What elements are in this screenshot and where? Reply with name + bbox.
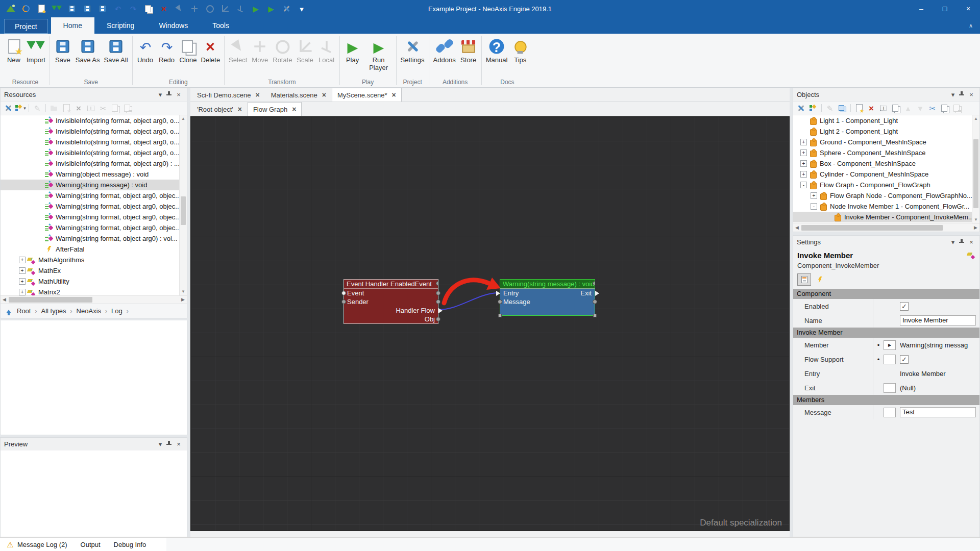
tree-item-invisibleinfo-string-format-object-arg0-[interactable]: InvisibleInfo(string format, object arg0…: [1, 137, 179, 147]
ribbon-button-save[interactable]: Save: [52, 36, 74, 65]
scroll-down-icon[interactable]: ▼: [180, 288, 187, 295]
flow-node-warning-string-message-void[interactable]: Warning(string message) : voidEntryExitM…: [500, 279, 595, 316]
flow-node-event-handler-enabledevent[interactable]: Event Handler EnabledEventEventSenderHan…: [344, 279, 438, 324]
breadcrumb-item[interactable]: Root: [17, 307, 31, 315]
pin-icon[interactable]: [165, 90, 174, 99]
panel-menu-caret-icon[interactable]: ▾: [156, 90, 165, 99]
statusbar-tab-output[interactable]: Output: [81, 541, 101, 548]
close-tab-icon[interactable]: ×: [391, 91, 396, 98]
ribbon-button-save-all[interactable]: Save All: [102, 36, 130, 65]
delete-x-icon-button[interactable]: ×: [866, 103, 877, 114]
ribbon-button-run-player[interactable]: ▶Run Player: [363, 36, 394, 72]
flow-graph-canvas[interactable]: Event Handler EnabledEventEventSenderHan…: [190, 116, 790, 531]
settings-group-members[interactable]: Members: [793, 395, 979, 405]
reference-button[interactable]: [884, 383, 896, 393]
tab-root-object[interactable]: 'Root object'×: [191, 102, 248, 116]
circle-gray-pin[interactable]: [436, 281, 438, 286]
scroll-thumb[interactable]: [9, 297, 92, 303]
page-star-icon-button[interactable]: [853, 103, 865, 114]
pin-icon[interactable]: [165, 440, 174, 449]
resources-horizontal-scrollbar[interactable]: ◀ ▶: [1, 295, 187, 304]
tree-item-mathutility[interactable]: +MathUtility: [1, 276, 179, 287]
breadcrumb-item[interactable]: NeoAxis: [77, 307, 101, 315]
tree-item-box-component-meshinspace[interactable]: +Box - Component_MeshInSpace: [793, 158, 972, 169]
breadcrumb-up-icon[interactable]: [5, 307, 13, 315]
expand-icon[interactable]: +: [800, 160, 807, 167]
scroll-up-icon[interactable]: ▲: [972, 115, 979, 122]
duplicate-icon-button[interactable]: [837, 103, 848, 114]
collapse-icon[interactable]: -: [800, 182, 807, 188]
selection-handle[interactable]: [498, 314, 502, 317]
ribbon-button-new[interactable]: New: [3, 36, 24, 65]
circle-gray-pin[interactable]: [341, 299, 346, 304]
tree-item-warning-object-message-void[interactable]: Warning(object message) : void: [1, 169, 179, 180]
ribbon-button-delete[interactable]: ×Delete: [199, 36, 223, 65]
settings-icon-button[interactable]: [280, 2, 293, 15]
maximize-button[interactable]: □: [933, 0, 957, 17]
scroll-right-icon[interactable]: ▶: [179, 296, 187, 304]
scroll-thumb[interactable]: [801, 225, 943, 231]
ribbon-button-clone[interactable]: Clone: [178, 36, 199, 65]
selection-handle[interactable]: [593, 314, 597, 317]
tree-item-flow-graph-component-flowgraph[interactable]: -Flow Graph - Component_FlowGraph: [793, 180, 972, 190]
panel-menu-caret-icon[interactable]: ▾: [948, 238, 958, 247]
menu-tab-home[interactable]: Home: [51, 17, 94, 34]
tree-item-invisibleinfo-string-format-object-arg0-[interactable]: InvisibleInfo(string format, object arg0…: [1, 147, 179, 158]
tree-item-warning-string-format-object-arg0-objec[interactable]: Warning(string format, object arg0, obje…: [1, 222, 179, 233]
settings-group-invoke-member[interactable]: Invoke Member: [793, 328, 979, 338]
tree-item-cylinder-component-meshinspace[interactable]: +Cylinder - Component_MeshInSpace: [793, 169, 972, 180]
scroll-thumb[interactable]: [181, 196, 186, 225]
text-input[interactable]: Invoke Member: [900, 315, 976, 325]
tri-white-pin[interactable]: [496, 291, 500, 296]
tree-item-light-2-component-light[interactable]: Light 2 - Component_Light: [793, 126, 972, 137]
circle-gray-pin[interactable]: [498, 299, 502, 304]
tree-item-mathex[interactable]: +MathEx: [1, 265, 179, 276]
shapes-icon-button[interactable]: [807, 103, 819, 114]
events-tab-icon-button[interactable]: [813, 273, 827, 286]
tree-item-invisibleinfo-string-format-object-arg0-[interactable]: InvisibleInfo(string format, object arg0…: [1, 126, 179, 137]
tree-item-node-invoke-member-1-component-flowgr[interactable]: -Node Invoke Member 1 - Component_FlowGr…: [793, 201, 972, 212]
tools-icon-button[interactable]: [795, 103, 806, 114]
ribbon-button-undo[interactable]: ↶Undo: [135, 36, 156, 65]
ribbon-button-play[interactable]: ▶Play: [342, 36, 363, 65]
close-icon[interactable]: ×: [174, 440, 183, 449]
rename-icon-button[interactable]: [878, 103, 889, 114]
ribbon-button-tips[interactable]: Tips: [509, 36, 531, 65]
tree-item-ground-component-meshinspace[interactable]: +Ground - Component_MeshInSpace: [793, 137, 972, 147]
cut-icon-button[interactable]: ✂: [927, 103, 938, 114]
tree-item-warning-string-format-object-arg0-voi[interactable]: Warning(string format, object arg0) : vo…: [1, 233, 179, 244]
tree-item-flow-graph-node-component-flowgraphno[interactable]: +Flow Graph Node - Component_FlowGraphNo…: [793, 190, 972, 201]
breadcrumb-item[interactable]: Log: [111, 307, 122, 315]
tri-white-pin[interactable]: [438, 308, 443, 313]
tab-flow-graph[interactable]: Flow Graph×: [248, 102, 302, 116]
scroll-up-icon[interactable]: ▲: [180, 115, 187, 122]
copy-icon-button[interactable]: [890, 103, 901, 114]
expand-icon[interactable]: +: [19, 257, 26, 263]
save-icon-button[interactable]: [65, 2, 79, 15]
scroll-right-icon[interactable]: ▶: [972, 224, 979, 232]
tree-item-sphere-component-meshinspace[interactable]: +Sphere - Component_MeshInSpace: [793, 147, 972, 158]
tree-item-invisibleinfo-string-format-object-arg0-[interactable]: InvisibleInfo(string format, object arg0…: [1, 115, 179, 126]
sync-icon-button[interactable]: [19, 2, 33, 15]
properties-tab-icon-button[interactable]: [797, 273, 811, 286]
tree-item-matrix2[interactable]: +Matrix2: [1, 287, 179, 295]
close-button[interactable]: ×: [957, 0, 980, 17]
tree-item-invoke-member-component-invokemem[interactable]: Invoke Member - Component_InvokeMem...: [793, 212, 972, 222]
tree-item-warning-string-format-object-arg0-objec[interactable]: Warning(string format, object arg0, obje…: [1, 212, 179, 222]
expand-icon[interactable]: +: [811, 192, 817, 199]
menu-tab-project[interactable]: Project: [4, 19, 48, 34]
clone-icon-button[interactable]: [142, 2, 155, 15]
resources-vertical-scrollbar[interactable]: ▲ ▼: [179, 115, 187, 295]
settings-group-component[interactable]: Component: [793, 289, 979, 299]
close-icon[interactable]: ×: [967, 238, 976, 247]
statusbar-tab-message-log-2[interactable]: ⚠Message Log (2): [6, 540, 67, 548]
scroll-left-icon[interactable]: ◀: [1, 296, 8, 304]
close-tab-icon[interactable]: ×: [292, 106, 296, 113]
circle-gray-pin[interactable]: [436, 299, 440, 304]
pin-icon[interactable]: [958, 90, 967, 99]
save-all-icon-button[interactable]: [96, 2, 109, 15]
expand-icon[interactable]: +: [800, 149, 807, 156]
save-as-icon-button[interactable]: [81, 2, 94, 15]
neoaxis-logo-icon-button[interactable]: [4, 2, 17, 15]
tree-item-invisibleinfo-string-format-object-arg0[interactable]: InvisibleInfo(string format, object arg0…: [1, 158, 179, 169]
